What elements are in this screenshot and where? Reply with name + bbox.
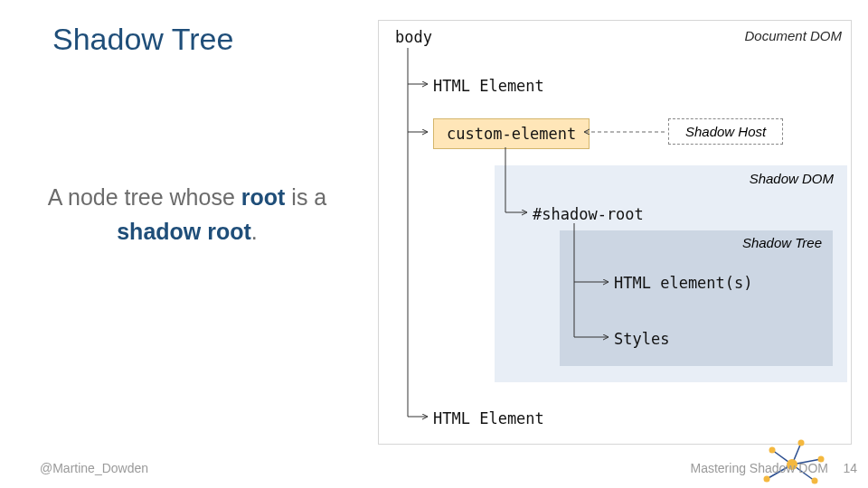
shadow-dom-label: Shadow DOM — [750, 171, 834, 186]
shadow-tree-box: Shadow Tree HTML element(s) Styles — [560, 230, 833, 366]
shadow-tree-label: Shadow Tree — [742, 235, 822, 250]
node-custom-element: custom-element — [433, 118, 590, 149]
svg-point-19 — [769, 447, 776, 454]
svg-point-18 — [798, 440, 805, 446]
document-dom-label: Document DOM — [744, 28, 842, 43]
svg-point-17 — [812, 478, 818, 484]
node-html-element-1: HTML Element — [433, 77, 544, 95]
node-styles: Styles — [614, 330, 669, 348]
svg-point-16 — [764, 476, 770, 483]
dom-diagram: Document DOM body HTML Element custom-el… — [378, 20, 852, 445]
shadow-host-label: Shadow Host — [668, 118, 783, 145]
node-html-element-2: HTML Element — [433, 409, 544, 427]
node-shadow-root: #shadow-root — [533, 205, 644, 223]
footer-page-number: 14 — [843, 461, 857, 475]
footer-deck-title: Mastering Shadow DOM — [690, 461, 828, 475]
desc-post: . — [251, 219, 258, 244]
desc-strong-root: root — [241, 184, 286, 210]
desc-strong-shadow-root: shadow root — [117, 219, 251, 244]
node-body: body — [395, 28, 432, 46]
slide-description: A node tree whose root is a shadow root. — [38, 181, 336, 249]
desc-mid: is a — [285, 184, 326, 210]
shadow-dom-box: Shadow DOM #shadow-root Shadow Tree HTML… — [495, 165, 847, 382]
slide-title: Shadow Tree — [52, 22, 233, 57]
node-html-elements: HTML element(s) — [614, 274, 753, 292]
desc-pre: A node tree whose — [48, 184, 241, 210]
footer-handle: @Martine_Dowden — [40, 461, 148, 475]
